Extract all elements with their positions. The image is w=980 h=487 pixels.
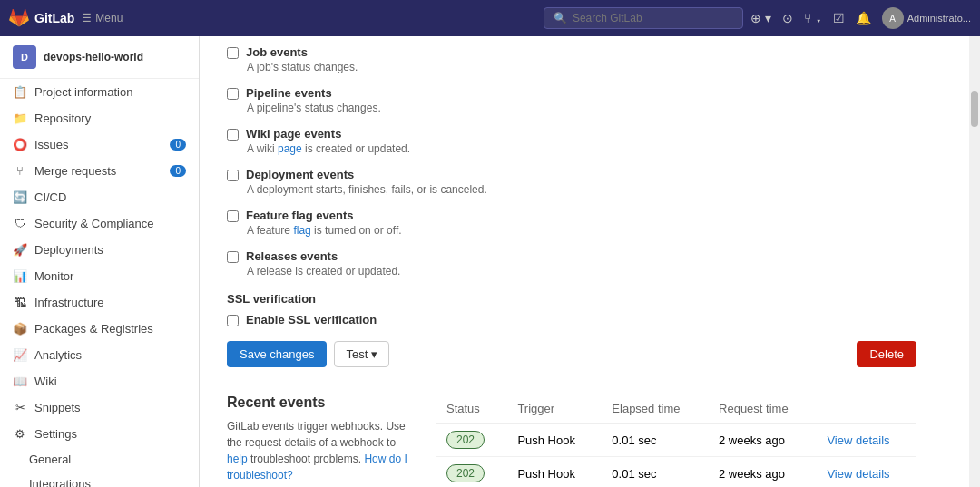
deployment-events-checkbox[interactable] <box>227 170 239 181</box>
pipeline-events-label: Pipeline events <box>246 86 332 100</box>
sidebar-item-infrastructure[interactable]: 🏗 Infrastructure <box>0 289 199 316</box>
events-table: Status Trigger Elapsed time Request time… <box>436 394 916 487</box>
sidebar-item-label: Infrastructure <box>34 296 186 309</box>
menu-label: Menu <box>95 12 122 24</box>
help-link[interactable]: help <box>227 453 248 465</box>
main-content: Job events A job's status changes. Pipel… <box>200 36 969 487</box>
event-row: Job events <box>227 45 916 59</box>
event-row: Wiki page events <box>227 127 916 141</box>
sidebar-item-deployments[interactable]: 🚀 Deployments <box>0 237 199 263</box>
sidebar-item-general[interactable]: General <box>29 447 199 472</box>
sidebar-item-label: Security & Compliance <box>34 217 186 230</box>
sidebar-item-security[interactable]: 🛡 Security & Compliance <box>0 210 199 237</box>
sidebar-item-packages[interactable]: 📦 Packages & Registries <box>0 316 199 342</box>
sidebar-item-issues[interactable]: ⭕ Issues 0 <box>0 131 199 158</box>
ssl-title: SSL verification <box>227 292 916 306</box>
test-dropdown-icon: ▾ <box>371 347 377 361</box>
sidebar-item-label: Packages & Registries <box>34 322 186 336</box>
merge-requests-badge: 0 <box>170 165 186 177</box>
table-row: 202 Push Hook 0.01 sec 2 weeks ago View … <box>436 457 916 488</box>
ssl-row: Enable SSL verification <box>227 313 916 326</box>
sidebar-item-settings[interactable]: ⚙ Settings <box>0 421 199 447</box>
event-row: Deployment events <box>227 168 916 181</box>
menu-button[interactable]: ☰ Menu <box>82 12 122 24</box>
project-avatar: D <box>13 45 36 69</box>
event-item-job: Job events A job's status changes. <box>227 45 916 73</box>
view-details-link[interactable]: View details <box>827 433 889 447</box>
merge-requests-nav-icon: ⑂ <box>13 164 27 178</box>
feature-flag-link[interactable]: flag <box>293 224 310 237</box>
recent-events-title: Recent events <box>227 394 408 411</box>
wiki-events-desc: A wiki page is created or updated. <box>247 142 916 155</box>
status-cell: 202 <box>436 424 506 457</box>
feature-flag-events-checkbox[interactable] <box>227 210 239 222</box>
sidebar-item-integrations[interactable]: Integrations <box>29 472 199 487</box>
sidebar-item-label: Repository <box>34 112 186 125</box>
sidebar-item-wiki[interactable]: 📖 Wiki <box>0 368 199 394</box>
wiki-events-checkbox[interactable] <box>227 129 239 141</box>
event-row: Feature flag events <box>227 209 916 222</box>
pipeline-events-desc: A pipeline's status changes. <box>247 102 916 114</box>
nav-icons: ⊕ ▾ ⊙ ⑂ ▾ ☑ 🔔 A Administrato... <box>750 7 971 29</box>
main-layout: D devops-hello-world 📋 Project informati… <box>0 36 980 487</box>
plus-icon[interactable]: ⊕ ▾ <box>750 11 771 25</box>
job-events-checkbox[interactable] <box>227 47 239 59</box>
delete-button[interactable]: Delete <box>857 341 916 367</box>
infrastructure-icon: 🏗 <box>13 296 27 309</box>
sidebar-item-label: CI/CD <box>34 190 186 204</box>
sidebar-item-label: Settings <box>34 427 186 441</box>
action-cell: View details <box>816 424 916 457</box>
sidebar-item-label: Issues <box>34 138 162 151</box>
sidebar-item-label: Deployments <box>34 243 186 257</box>
table-row: 202 Push Hook 0.01 sec 2 weeks ago View … <box>436 424 916 457</box>
test-button[interactable]: Test ▾ <box>334 341 389 367</box>
status-badge: 202 <box>446 464 485 482</box>
ssl-checkbox[interactable] <box>227 315 239 326</box>
scrollbar[interactable] <box>969 36 980 487</box>
pipeline-events-checkbox[interactable] <box>227 88 239 100</box>
sidebar-sub-label: General <box>29 453 186 466</box>
deployments-icon: 🚀 <box>13 243 27 257</box>
sidebar-item-monitor[interactable]: 📊 Monitor <box>0 263 199 289</box>
search-input[interactable] <box>573 12 733 24</box>
sidebar-item-project-info[interactable]: 📋 Project information <box>0 79 199 105</box>
gitlab-logo <box>9 8 29 28</box>
snippets-icon: ✂ <box>13 401 27 414</box>
elapsed-cell: 0.01 sec <box>601 424 708 457</box>
avatar-area[interactable]: A Administrato... <box>882 7 971 29</box>
sidebar-project[interactable]: D devops-hello-world <box>0 36 199 79</box>
issues-badge: 0 <box>170 139 186 151</box>
save-changes-button[interactable]: Save changes <box>227 341 327 367</box>
project-name: devops-hello-world <box>44 51 143 63</box>
search-bar[interactable]: 🔍 <box>544 7 743 29</box>
wiki-icon: 📖 <box>13 375 27 388</box>
brand-logo-area[interactable]: GitLab <box>9 8 74 28</box>
releases-events-checkbox[interactable] <box>227 251 239 263</box>
job-events-label: Job events <box>246 45 308 59</box>
wiki-page-link[interactable]: page <box>278 142 302 155</box>
sidebar-item-repository[interactable]: 📁 Repository <box>0 105 199 131</box>
col-status: Status <box>436 394 506 424</box>
col-action <box>816 394 916 424</box>
notifications-icon[interactable]: 🔔 <box>856 11 871 25</box>
wiki-events-label: Wiki page events <box>246 127 341 141</box>
todo-icon[interactable]: ☑ <box>833 11 845 25</box>
view-details-link[interactable]: View details <box>827 467 889 481</box>
request-time-cell: 2 weeks ago <box>708 424 816 457</box>
sidebar-item-analytics[interactable]: 📈 Analytics <box>0 342 199 368</box>
monitor-icon: 📊 <box>13 269 27 283</box>
sidebar-item-cicd[interactable]: 🔄 CI/CD <box>0 184 199 210</box>
events-section: Job events A job's status changes. Pipel… <box>227 36 916 487</box>
col-elapsed: Elapsed time <box>601 394 708 424</box>
event-item-pipeline: Pipeline events A pipeline's status chan… <box>227 86 916 114</box>
project-info-icon: 📋 <box>13 85 27 99</box>
packages-icon: 📦 <box>13 322 27 336</box>
sidebar-item-merge-requests[interactable]: ⑂ Merge requests 0 <box>0 158 199 184</box>
admin-label: Administrato... <box>907 13 971 24</box>
sidebar-item-snippets[interactable]: ✂ Snippets <box>0 394 199 421</box>
col-trigger: Trigger <box>506 394 601 424</box>
sidebar-item-label: Merge requests <box>34 164 162 178</box>
troubleshoot-link[interactable]: How do I troubleshoot? <box>227 453 407 482</box>
issues-icon[interactable]: ⊙ <box>782 11 793 25</box>
merge-requests-icon[interactable]: ⑂ ▾ <box>804 11 822 25</box>
